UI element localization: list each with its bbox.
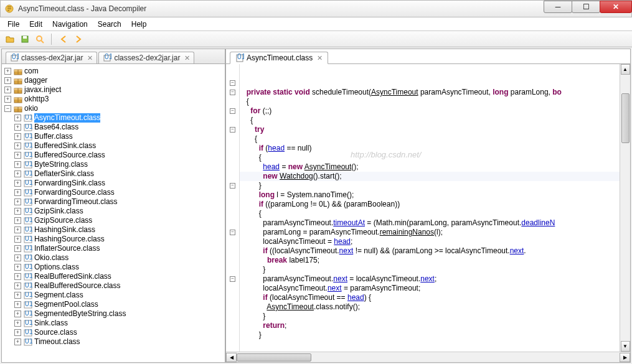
scroll-up-icon[interactable]: ▲ [621,64,630,75]
tree-class-ForwardingSink-class[interactable]: +010ForwardingSink.class [2,179,225,188]
tree-class-Buffer-class[interactable]: +010Buffer.class [2,132,225,141]
tree-class-ForwardingSource-class[interactable]: +010ForwardingSource.class [2,188,225,197]
editor-tab[interactable]: 010 AsyncTimeout.class ✕ [230,52,328,64]
tree-class-ByteString-class[interactable]: +010ByteString.class [2,160,225,169]
fold-icon[interactable]: − [230,183,235,189]
scroll-thumb[interactable] [237,353,311,362]
expand-icon[interactable]: + [14,189,21,196]
sidebar-tab-1[interactable]: 010 classes-dex2jar.jar ✕ [6,52,97,63]
expand-icon[interactable]: + [14,152,21,159]
expand-icon[interactable]: + [14,245,21,252]
expand-icon[interactable]: + [14,301,21,308]
expand-icon[interactable]: + [14,254,21,261]
tab-close-icon[interactable]: ✕ [315,54,323,62]
tree-class-BufferedSource-class[interactable]: +010BufferedSource.class [2,151,225,160]
expand-icon[interactable]: + [14,310,21,317]
fold-icon[interactable]: − [230,230,235,235]
open-button[interactable] [4,33,16,45]
expand-icon[interactable]: + [14,226,21,233]
expand-icon[interactable]: + [14,292,21,299]
package-tree[interactable]: +com+dagger+javax.inject+okhttp3−okio+01… [2,64,225,362]
close-button[interactable]: ✕ [600,1,632,13]
tree-package-okio[interactable]: −okio [2,104,225,113]
expand-icon[interactable]: + [14,114,21,121]
expand-icon[interactable]: + [14,282,21,289]
code-area[interactable]: private static void scheduleTimeout(Asyn… [240,64,630,352]
vertical-scrollbar[interactable]: ▲ ▼ [620,64,630,352]
tree-class-Base64-class[interactable]: +010Base64.class [2,123,225,132]
expand-icon[interactable]: + [14,338,21,345]
fold-icon[interactable]: − [230,108,235,114]
tree-class-GzipSource-class[interactable]: +010GzipSource.class [2,216,225,225]
horizontal-scrollbar[interactable]: ◀ ▶ [226,352,630,362]
expand-icon[interactable]: + [14,320,21,327]
tree-class-BufferedSink-class[interactable]: +010BufferedSink.class [2,141,225,151]
tree-class-AsyncTimeout-class[interactable]: +010AsyncTimeout.class [2,113,225,123]
expand-icon[interactable]: + [14,329,21,336]
expand-icon[interactable]: + [4,96,11,103]
tree-class-InflaterSource-class[interactable]: +010InflaterSource.class [2,244,225,253]
tree-class-SegmentPool-class[interactable]: +010SegmentPool.class [2,300,225,309]
expand-icon[interactable]: + [14,161,21,168]
tree-class-HashingSink-class[interactable]: +010HashingSink.class [2,225,225,235]
tree-package-dagger[interactable]: +dagger [2,76,225,85]
menu-file[interactable]: File [2,19,24,30]
tree-class-Okio-class[interactable]: +010Okio.class [2,253,225,263]
fold-icon[interactable]: − [230,80,235,86]
expand-icon[interactable]: + [14,180,21,187]
fold-icon[interactable]: − [230,276,235,282]
tree-class-Segment-class[interactable]: +010Segment.class [2,291,225,300]
forward-button[interactable] [72,33,85,45]
tree-label: Segment.class [34,291,83,300]
expand-icon[interactable]: + [14,273,21,280]
tab-close-icon[interactable]: ✕ [182,54,190,62]
expand-icon[interactable]: + [14,133,21,140]
scroll-left-icon[interactable]: ◀ [226,353,237,362]
tree-package-com[interactable]: +com [2,67,225,76]
menu-help[interactable]: Help [126,19,152,30]
tree-label: javax.inject [24,85,61,95]
tab-close-icon[interactable]: ✕ [85,54,93,62]
expand-icon[interactable]: + [14,198,21,205]
tree-package-okhttp3[interactable]: +okhttp3 [2,95,225,104]
tree-package-javax-inject[interactable]: +javax.inject [2,85,225,95]
scroll-right-icon[interactable]: ▶ [620,353,630,362]
tree-class-DeflaterSink-class[interactable]: +010DeflaterSink.class [2,169,225,179]
tree-class-RealBufferedSink-class[interactable]: +010RealBufferedSink.class [2,272,225,281]
tree-class-Options-class[interactable]: +010Options.class [2,263,225,272]
menu-edit[interactable]: Edit [24,19,47,30]
svg-text:010: 010 [25,133,32,140]
save-button[interactable] [19,33,31,45]
expand-icon[interactable]: + [14,170,21,177]
menu-navigation[interactable]: Navigation [47,19,93,30]
scroll-down-icon[interactable]: ▼ [621,341,630,352]
minimize-button[interactable]: ─ [544,1,572,13]
menu-search[interactable]: Search [93,19,126,30]
scroll-thumb[interactable] [621,93,630,143]
tree-class-GzipSink-class[interactable]: +010GzipSink.class [2,207,225,216]
fold-icon[interactable]: − [230,127,235,133]
expand-icon[interactable]: − [4,105,11,112]
expand-icon[interactable]: + [14,208,21,215]
tree-class-HashingSource-class[interactable]: +010HashingSource.class [2,235,225,244]
expand-icon[interactable]: + [14,217,21,224]
fold-icon[interactable]: − [230,90,235,95]
sidebar-tab-2[interactable]: 010 classes2-dex2jar.jar ✕ [98,52,194,63]
tree-class-Sink-class[interactable]: +010Sink.class [2,319,225,328]
expand-icon[interactable]: + [14,142,21,149]
svg-text:010: 010 [25,320,32,327]
tree-class-Source-class[interactable]: +010Source.class [2,328,225,337]
maximize-button[interactable]: ☐ [572,1,600,13]
search-button[interactable] [34,33,46,45]
expand-icon[interactable]: + [14,124,21,131]
tree-class-RealBufferedSource-class[interactable]: +010RealBufferedSource.class [2,281,225,291]
expand-icon[interactable]: + [14,264,21,271]
expand-icon[interactable]: + [14,236,21,243]
expand-icon[interactable]: + [4,77,11,84]
tree-class-SegmentedByteString-class[interactable]: +010SegmentedByteString.class [2,309,225,319]
back-button[interactable] [57,33,70,45]
expand-icon[interactable]: + [4,68,11,75]
expand-icon[interactable]: + [4,86,11,93]
tree-class-Timeout-class[interactable]: +010Timeout.class [2,337,225,347]
tree-class-ForwardingTimeout-class[interactable]: +010ForwardingTimeout.class [2,197,225,207]
